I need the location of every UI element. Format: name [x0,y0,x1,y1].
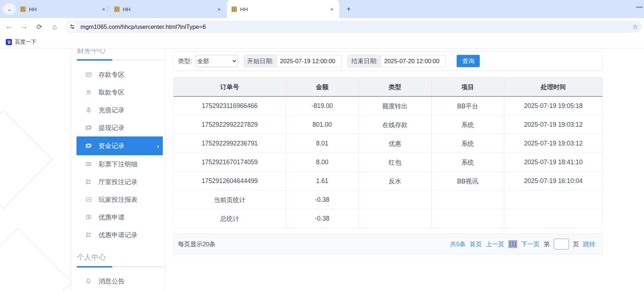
chevron-right-icon: › [157,142,159,150]
search-button[interactable]: 查询 [457,55,480,67]
jump-link[interactable]: 跳转 [583,240,595,248]
tab-1[interactable]: HH × [17,0,110,18]
table-row: 总统计 -0.38 [174,209,602,228]
back-button[interactable]: ← [3,21,15,33]
sidebar-item[interactable]: 消息公告 [71,272,165,290]
column-header-type: 类型 [358,78,431,96]
jump-label-post: 页 [573,240,579,248]
reload-button[interactable]: ⟳ [33,21,45,33]
filter-bar: 类型: 全部 开始日期: 结束日期: 查询 [173,51,603,71]
sidebar-item[interactable]: 充值记录 [71,101,165,119]
tab-close-icon[interactable]: × [216,6,222,12]
sidebar-item-label: 取款专区 [99,88,125,97]
end-date-label: 结束日期: [348,55,381,67]
table-row: 1752921670174059 8.00 红包 系统 2025-07-19 1… [174,153,602,172]
sidebar-menu-finance: 存款专区 取款专区 充值记录 提现记录 [71,66,165,244]
sidebar-item-label: 玩家投注报表 [99,195,138,204]
end-date-input[interactable] [381,55,445,67]
table-header-row: 订单号 金额 类型 项目 处理时间 [174,78,602,96]
tab-close-icon[interactable]: × [100,6,107,12]
sidebar-item[interactable]: 取款专区 [71,83,165,101]
bookmark-star-icon[interactable]: ☆ [632,23,638,31]
start-date-group: 开始日期: [244,55,342,67]
sidebar-item-label: 优惠申请记录 [99,231,138,239]
sidebar-item[interactable]: 资金记录 › [77,136,163,155]
cell-order-no: 总统计 [174,209,286,228]
sidebar-item-icon [85,125,92,131]
pagination-controls: 共5条 首页 上一页 [1] 下一页 第 页 跳转 [450,239,595,249]
bookmark-label: 百度一下 [15,39,36,45]
per-page-label: 每页显示20条 [178,240,216,248]
cell-order-no: 1752912604644499 [174,172,286,191]
cell-type: 额度转出 [358,96,431,116]
cell-amount: 801.00 [286,116,358,134]
browser-window: ⌄ HH × HH × HH × + — ← → ⟳ ⌂ mgm1065.com… [0,0,644,291]
sidebar-item-label: 消息公告 [99,277,125,286]
omnibox[interactable]: mgm1065.com/hhcp/usercenter.html?iniType… [66,21,642,33]
tune-icon [70,25,74,29]
cell-type: 在线存款 [358,116,431,134]
first-page-link[interactable]: 首页 [470,240,482,248]
sidebar-item[interactable]: 彩票下注明细 [71,155,165,173]
type-select[interactable]: 全部 [196,55,238,67]
home-button[interactable]: ⌂ [48,21,61,33]
cell-amount: 8.01 [286,134,358,153]
sidebar-item[interactable]: 提现记录 [71,119,165,136]
table-row: 1752923116966466 -819.00 额度转出 BB平台 2025-… [174,96,602,116]
forward-button[interactable]: → [18,21,30,33]
bookmark-item-baidu[interactable]: 百度一下 [6,39,36,45]
cell-order-no: 当前页统计 [174,191,286,209]
sidebar-item-icon [85,107,92,113]
sidebar-menu-personal: 消息公告 [71,272,165,290]
tab-strip: ⌄ HH × HH × HH × + — [0,0,644,18]
cell-type: 反水 [358,172,431,191]
cell-item: 系统 [431,134,504,153]
site-info-badge[interactable] [68,22,77,31]
cell-time: 2025-07-19 19:03:12 [504,116,602,134]
cell-time: 2025-07-19 19:05:18 [504,96,602,116]
sidebar-item-icon [85,161,92,168]
tab-search-button[interactable]: ⌄ [3,3,16,15]
pagination-bar: 每页显示20条 共5条 首页 上一页 [1] 下一页 第 页 跳转 [173,234,603,255]
site-favicon [114,6,119,12]
cell-type: 红包 [358,153,431,172]
cell-time [504,191,602,209]
cell-time [504,209,602,228]
bookmarks-bar: 百度一下 [0,35,644,49]
sidebar-item[interactable]: 玩家投注报表 [71,191,165,208]
site-favicon [231,6,237,12]
sidebar: 财务中心 存款专区 取款专区 充值记录 [71,49,165,291]
sidebar-item[interactable]: 存款专区 [71,66,165,83]
sidebar-item-icon [85,179,92,185]
sidebar-item-label: 优惠申请 [99,213,125,222]
column-header-time: 处理时间 [504,78,602,96]
cell-order-no: 1752923116966466 [174,96,286,116]
column-header-amount: 金额 [286,78,358,96]
start-date-input[interactable] [277,55,341,67]
sidebar-item-label: 充值记录 [99,106,125,114]
prev-page-link[interactable]: 上一页 [486,240,504,248]
sidebar-item[interactable]: 优惠申请记录 [71,226,165,244]
sidebar-item[interactable]: 厅室投注记录 [71,173,165,191]
cell-amount: 8.00 [286,153,358,172]
tab-2[interactable]: HH × [110,0,226,18]
cell-order-no: 1752922992227829 [174,116,286,134]
cell-order-no: 1752921670174059 [174,153,286,172]
tab-close-icon[interactable]: × [328,6,335,12]
main-content: 类型: 全部 开始日期: 结束日期: 查询 [173,49,603,255]
new-tab-button[interactable]: + [344,4,354,14]
sidebar-item-label: 厅室投注记录 [99,178,138,186]
sidebar-item[interactable]: 优惠申请 [71,208,165,226]
page-number-input[interactable] [554,239,569,249]
table-row: 1752922992227829 801.00 在线存款 系统 2025-07-… [174,116,602,134]
window-minimize-button[interactable]: — [636,3,643,10]
watermark-triangle [0,228,72,291]
next-page-link[interactable]: 下一页 [521,240,540,248]
tab-3-active[interactable]: HH × [227,0,339,18]
sidebar-item-icon [85,143,92,149]
tab-title: HH [240,6,326,12]
baidu-paw-icon [6,39,12,45]
column-header-item: 项目 [431,78,504,96]
site-favicon [20,6,26,12]
cell-amount: -819.00 [286,96,358,116]
